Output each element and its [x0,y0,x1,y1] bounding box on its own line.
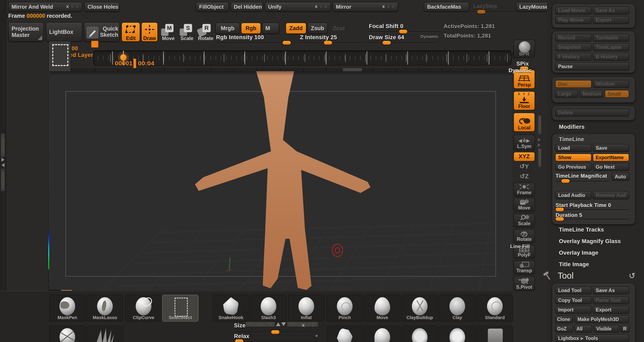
mirror-and-weld-button[interactable]: Mirror And Weld X Y Z [8,2,82,11]
tl-show-button[interactable]: Show [555,154,592,161]
play-movie-button[interactable]: Play Movie [555,16,592,24]
brush-tile-hpolish[interactable]: hPolish [364,326,400,342]
lightbox-button[interactable]: LightBox [46,22,82,42]
close-holes-button[interactable]: Close Holes [84,2,120,11]
viewport-canvas[interactable] [49,71,512,290]
rgb-button[interactable]: Rgb [241,23,261,34]
make-polymesh3d-button[interactable]: Make PolyMesh3D [574,315,629,323]
window-button[interactable]: Window [593,80,629,88]
local-button[interactable]: Local [514,113,535,132]
transparency-button[interactable]: Transp [514,261,535,275]
snapshot-button[interactable]: Snapshot [555,43,592,51]
doc-button[interactable]: Doc [555,80,592,88]
tl-go-next-button[interactable]: Go Next [593,163,629,171]
tl-magnification-handle[interactable] [561,179,570,183]
fillobject-button[interactable]: FillObject [196,2,229,11]
zsub-button[interactable]: Zsub [308,23,328,34]
tl-load-button[interactable]: Load [555,144,592,152]
tl-save-button[interactable]: Save [593,144,629,152]
rotate-mode-button[interactable]: R Rotate [196,22,215,42]
left-scroll-pattern-bottom[interactable] [1,169,5,191]
remove-audio-button[interactable]: Remove Aud [593,191,629,199]
brush-size-slider[interactable] [234,332,318,333]
timeline-tracks-header[interactable]: TimeLine Tracks [559,227,604,233]
brush-tile-clay[interactable]: Clay [439,295,476,322]
brush-tile-maskpen[interactable]: MaskPen [49,295,86,322]
brush-tile-clipcurve[interactable]: ClipCurve [125,295,162,322]
strip-scroll-pattern-top[interactable] [538,116,541,134]
timelapse-button[interactable]: TimeLapse [593,43,629,51]
rotate-view-button[interactable]: Rotate [514,229,535,243]
projection-master-button[interactable]: Projection Master [8,22,44,42]
lightbox-tools-button[interactable]: Lightbox ▶ Tools [555,334,629,342]
tool-palette-title[interactable]: Tool [558,271,574,281]
scroll-left-arrow-icon[interactable] [2,163,4,167]
xyz-button[interactable]: XYZ [514,152,535,161]
pause-button[interactable]: Pause [555,62,629,71]
draw-button[interactable]: Draw [141,22,158,42]
f-history-button[interactable]: F History [555,53,592,61]
start-playback-slider[interactable] [555,209,629,210]
load-audio-button[interactable]: Load Audio [555,191,592,199]
delete-button[interactable]: Delete [555,109,629,117]
scale-mode-button[interactable]: S Scale [178,22,196,42]
draw-size-handle[interactable] [382,40,391,45]
overlay-image-header[interactable]: Overlay Image [559,250,598,256]
quick-sketch-button[interactable]: Quick Sketch [84,22,120,42]
brush-tile-curvetrifill[interactable]: CurveTriFill [87,326,123,342]
canvas-tab-active[interactable] [343,68,362,71]
visible-button[interactable]: Visible [594,325,620,333]
z-intensity-slider[interactable] [299,42,365,43]
scale-view-button[interactable]: Scale [514,213,535,227]
large-button[interactable]: Large [555,90,578,98]
timeline-subheader[interactable]: TimeLine [559,136,584,143]
brush-tile-trimadaptive[interactable]: TrimAdaptive [402,326,438,342]
brush-tile-standard[interactable]: Standard [477,295,513,322]
left-scroll-pattern-top[interactable] [1,134,5,157]
tl-go-previous-button[interactable]: Go Previous [555,163,592,171]
tool-save-as-button[interactable]: Save As [593,287,629,294]
small-button[interactable]: Small [605,90,629,98]
timeline-ruler[interactable] [93,50,512,66]
move-view-button[interactable]: Move [514,198,535,212]
load-movie-button[interactable]: Load Movie [555,6,592,14]
relax-handle[interactable] [235,339,244,342]
brush-tile-snakehook[interactable]: SnakeHook [213,295,249,322]
frame-view-button[interactable]: Frame [514,182,535,197]
y-rotate-button[interactable]: ↺Y [514,163,535,172]
paste-tool-button[interactable]: Paste Tool [593,296,629,304]
modifiers-header[interactable]: Modifiers [559,124,585,130]
movie-save-as-button[interactable]: Save As [593,6,629,14]
title-image-header[interactable]: Title Image [559,261,589,268]
rgb-intensity-handle[interactable] [282,40,291,45]
z-intensity-handle[interactable] [324,40,332,45]
duration-handle[interactable] [555,217,564,221]
floor-button[interactable]: X Y Z Floor [514,91,535,110]
zcut-button[interactable]: Zcut [333,25,345,31]
brush-tile-topology[interactable]: Topology [49,326,86,342]
brush-tile-inflat[interactable]: Inflat [288,295,324,322]
tray-scroll-pattern-left[interactable] [246,322,275,327]
strip-scroll-arrow-b[interactable] [538,143,540,147]
tl-magnification-slider[interactable] [555,181,609,182]
lsym-button[interactable]: L.Sym [514,135,535,150]
bpr-button[interactable]: BPR [514,40,535,58]
canvas-tab-strip[interactable] [49,68,512,71]
mrgb-button[interactable]: Mrgb [216,23,240,34]
timeline-zoom-handle[interactable] [91,41,98,47]
tray-scroll-up-icon[interactable] [276,323,280,326]
mannequin-figure[interactable] [195,71,370,290]
brush-tile-masklasso[interactable]: MaskLasso [87,295,123,322]
brush-tile-move[interactable]: Move [364,295,400,322]
brush-tile-pinch[interactable]: Pinch [326,295,363,322]
edit-button[interactable]: Edit [122,22,140,42]
turntable-button[interactable]: Turntable [593,34,629,42]
zadd-button[interactable]: Zadd [286,23,306,34]
brush-tile-trimdynamic[interactable]: TrimDynamic [439,326,476,342]
brush-tile-selectrect[interactable]: SelectRect [162,295,198,322]
del-hidden-button[interactable]: Del Hidden [230,2,263,11]
export-button[interactable]: Export [593,306,629,314]
start-playback-handle[interactable] [555,207,564,212]
brush-tile-claybuildup[interactable]: ClayBuildup [402,295,438,322]
z-rotate-button[interactable]: ↺Z [514,173,535,182]
